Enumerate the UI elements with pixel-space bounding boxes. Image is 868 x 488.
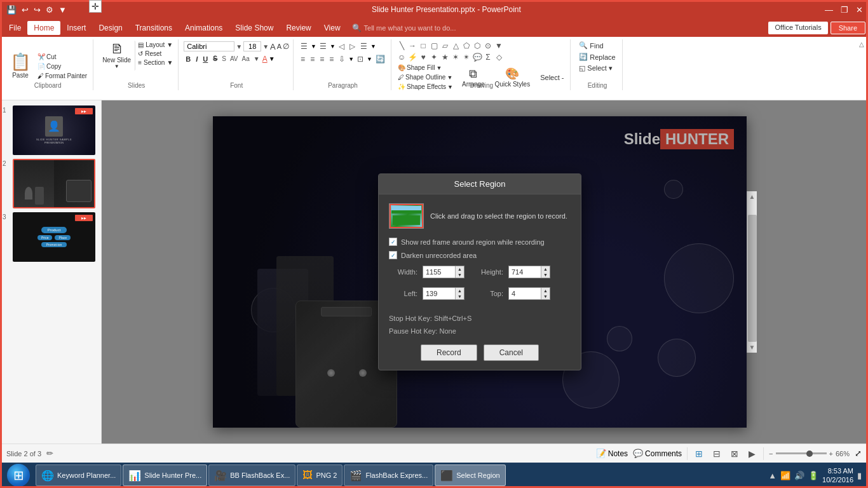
change-case-btn[interactable]: Aa	[242, 55, 250, 62]
slide-thumbnail-1[interactable]: 1 ▶▶ 👤 SLIDE HUNTER SAMPLE PRESENTATION	[3, 105, 98, 155]
taskbar-item-png2[interactable]: 🖼 PNG 2	[297, 464, 342, 486]
share-button[interactable]: Share	[831, 22, 865, 34]
menu-review[interactable]: Review	[280, 21, 317, 35]
slide-image-2[interactable]: ▶▶	[13, 159, 95, 208]
vertical-scrollbar[interactable]: ▲ ▼	[747, 191, 757, 353]
menu-view[interactable]: View	[318, 21, 347, 35]
show-hidden-icons-btn[interactable]: ▲	[768, 471, 776, 480]
width-input[interactable]: 1155 ▲ ▼	[423, 266, 465, 278]
columns-dropdown[interactable]: ▼	[370, 43, 376, 50]
paste-button[interactable]: 📋 Paste	[6, 51, 34, 80]
left-input[interactable]: 139 ▲ ▼	[423, 287, 465, 300]
height-up-arrow[interactable]: ▲	[541, 266, 550, 272]
top-down-arrow[interactable]: ▼	[541, 294, 550, 299]
shape-equation[interactable]: Σ	[483, 52, 493, 62]
shape-fill-button[interactable]: 🎨 Shape Fill ▼	[397, 64, 454, 72]
minimize-button[interactable]: —	[825, 5, 833, 15]
slide-image-1[interactable]: ▶▶ 👤 SLIDE HUNTER SAMPLE PRESENTATION	[13, 105, 95, 155]
increase-font-button[interactable]: A	[270, 42, 276, 51]
font-dropdown-btn[interactable]: ▼	[254, 55, 260, 62]
new-slide-button[interactable]: 🖹 New Slide ▼	[98, 41, 135, 71]
drawing-select-button[interactable]: Select -	[538, 72, 566, 83]
zoom-in-btn[interactable]: +	[829, 450, 833, 458]
menu-slideshow[interactable]: Slide Show	[229, 21, 280, 35]
zoom-out-btn[interactable]: −	[769, 450, 773, 458]
shape-star5[interactable]: ★	[440, 52, 450, 62]
cancel-button[interactable]: Cancel	[484, 344, 539, 361]
font-color-dropdown[interactable]: ▼	[269, 55, 275, 62]
start-button[interactable]: ⊞	[3, 464, 34, 487]
font-name-dropdown[interactable]: ▼	[236, 43, 242, 50]
justify-btn[interactable]: ≡	[327, 54, 336, 64]
comments-button[interactable]: 💬 Comments	[633, 449, 682, 458]
text-shadow-btn[interactable]: S	[222, 55, 226, 62]
shape-rounded-rect[interactable]: ▢	[429, 41, 439, 51]
scroll-down-arrow[interactable]: ▼	[747, 342, 757, 353]
taskbar-item-bb-flashback[interactable]: 🎥 BB FlashBack Ex...	[208, 464, 295, 486]
shape-rect[interactable]: □	[418, 41, 428, 51]
underline-button[interactable]: U	[201, 55, 210, 64]
left-down-arrow[interactable]: ▼	[456, 294, 464, 299]
decrease-font-button[interactable]: A	[277, 43, 281, 50]
char-spacing-btn[interactable]: AV	[230, 55, 238, 62]
cut-button[interactable]: ✂️Cut	[36, 53, 89, 61]
close-button[interactable]: ✕	[856, 5, 863, 15]
height-input[interactable]: 714 ▲ ▼	[508, 266, 550, 278]
tray-clock[interactable]: 8:53 AM 10/2/2016	[822, 466, 853, 485]
text-direction-btn[interactable]: ⇩	[337, 54, 347, 64]
menu-home[interactable]: Home	[27, 21, 60, 35]
left-up-arrow[interactable]: ▲	[456, 288, 464, 294]
reading-view-btn[interactable]: ⊠	[728, 447, 741, 460]
shape-outline-button[interactable]: 🖊 Shape Outline ▼	[397, 73, 454, 81]
top-up-arrow[interactable]: ▲	[541, 288, 550, 294]
layout-button[interactable]: ▤Layout▼	[137, 41, 174, 49]
number-list-btn[interactable]: ☰	[318, 41, 329, 51]
slide-image-3[interactable]: ▶▶ Product Price Place Promot-ion	[13, 212, 95, 262]
shape-line[interactable]: ╲	[397, 41, 407, 51]
replace-button[interactable]: 🔄 Replace	[577, 52, 617, 62]
darken-area-checkbox[interactable]	[389, 251, 397, 259]
align-left-btn[interactable]: ≡	[299, 54, 307, 64]
restore-button[interactable]: ❐	[841, 5, 848, 15]
width-down-arrow[interactable]: ▼	[456, 272, 464, 278]
italic-button[interactable]: I	[194, 55, 200, 64]
shape-triangle[interactable]: △	[451, 41, 461, 51]
taskbar-item-flashback-express[interactable]: 🎬 FlashBack Expres...	[344, 464, 433, 486]
battery-icon[interactable]: 🔋	[808, 471, 818, 480]
normal-view-btn[interactable]: ⊞	[693, 447, 705, 460]
notes-button[interactable]: 📝 Notes	[596, 449, 628, 458]
scroll-up-arrow[interactable]: ▲	[747, 191, 757, 202]
shape-flowchart[interactable]: ◇	[494, 52, 504, 62]
width-up-arrow[interactable]: ▲	[456, 266, 464, 272]
bold-button[interactable]: B	[184, 55, 193, 64]
shape-callout[interactable]: 💬	[472, 52, 482, 62]
menu-design[interactable]: Design	[92, 21, 128, 35]
shape-pentagon[interactable]: ⬠	[461, 41, 471, 51]
font-size-dropdown[interactable]: ▼	[262, 43, 269, 50]
show-red-frame-checkbox[interactable]	[389, 238, 397, 246]
align-text-dropdown[interactable]: ▼	[367, 56, 372, 62]
reset-button[interactable]: ↺Reset	[137, 50, 174, 58]
scroll-thumb[interactable]	[748, 215, 757, 342]
qat-dropdown-button[interactable]: ▼	[57, 4, 68, 16]
font-size-input[interactable]	[243, 41, 261, 51]
save-button[interactable]: 💾	[5, 4, 18, 16]
shape-star4[interactable]: ✦	[429, 52, 439, 62]
menu-insert[interactable]: Insert	[60, 21, 92, 35]
top-input[interactable]: 4 ▲ ▼	[508, 287, 550, 300]
network-icon[interactable]: 📶	[780, 471, 790, 480]
menu-file[interactable]: File	[3, 21, 27, 35]
shape-more[interactable]: ▼	[494, 41, 504, 51]
zoom-slider[interactable]	[776, 452, 827, 454]
shape-hexagon[interactable]: ⬡	[472, 41, 482, 51]
indent-less-btn[interactable]: ◁	[337, 41, 346, 51]
taskbar-item-select-region[interactable]: ⬛ Select Region	[435, 464, 506, 486]
slide-sorter-btn[interactable]: ⊟	[710, 447, 723, 460]
copy-button[interactable]: 📄Copy	[36, 62, 89, 71]
font-color-btn[interactable]: A	[262, 55, 268, 64]
height-down-arrow[interactable]: ▼	[541, 272, 550, 278]
align-right-btn[interactable]: ≡	[318, 54, 326, 64]
shape-star8[interactable]: ✴	[461, 52, 471, 62]
tell-me-label[interactable]: Tell me what you want to do...	[364, 24, 456, 32]
strikethrough-button[interactable]: S̶	[211, 54, 219, 64]
